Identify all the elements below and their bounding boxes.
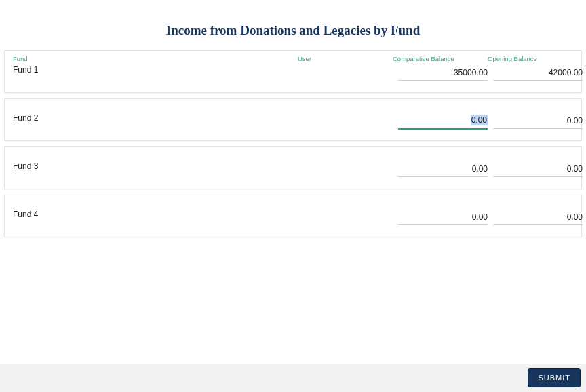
fund-name: Fund 2 <box>13 112 298 123</box>
fund-row: Fund Fund 4 User Comparative Balance Ope… <box>4 195 582 237</box>
header-fund: Fund <box>13 55 298 64</box>
fund-row: Fund Fund 3 User Comparative Balance Ope… <box>4 146 582 189</box>
comparative-input[interactable] <box>398 208 488 225</box>
page-title: Income from Donations and Legacies by Fu… <box>0 0 586 50</box>
comparative-input[interactable] <box>398 64 488 81</box>
opening-input[interactable] <box>493 64 583 81</box>
footer-bar: SUBMIT <box>0 364 586 392</box>
opening-input[interactable] <box>493 160 583 177</box>
fund-name: Fund 4 <box>13 208 298 219</box>
fund-row: Fund Fund 2 User Comparative Balance 0.0… <box>4 98 582 141</box>
header-comparative: Comparative Balance <box>393 55 488 64</box>
comparative-input[interactable] <box>398 112 488 130</box>
fund-row: Fund Fund 1 User Comparative Balance Ope… <box>4 50 582 93</box>
opening-input[interactable] <box>493 112 583 129</box>
comparative-input[interactable] <box>398 160 488 177</box>
fund-name: Fund 3 <box>13 160 298 171</box>
fund-name: Fund 1 <box>13 64 298 75</box>
header-user: User <box>298 55 393 64</box>
submit-button[interactable]: SUBMIT <box>528 368 581 387</box>
header-opening: Opening Balance <box>488 55 583 64</box>
fund-rows: Fund Fund 1 User Comparative Balance Ope… <box>0 50 586 237</box>
opening-input[interactable] <box>493 208 583 225</box>
